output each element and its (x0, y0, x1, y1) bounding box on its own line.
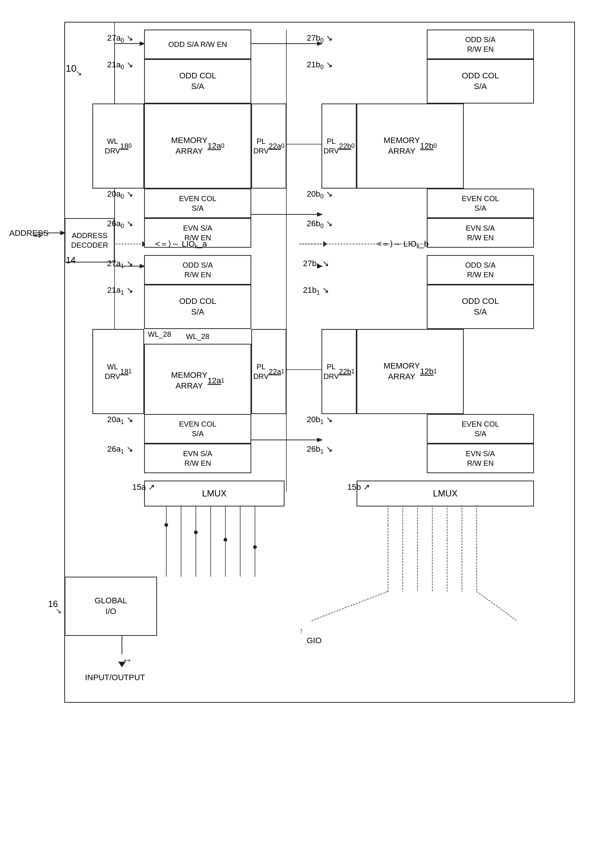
even-col-sa-b0: EVEN COLS/A (427, 189, 534, 218)
svg-marker-60 (323, 241, 327, 247)
svg-point-24 (253, 545, 257, 549)
pl-drv-a0: PLDRV22a0 (251, 104, 286, 189)
diagram: ODD S/A R/W EN ODD COLS/A WLDRV180 MEMOR… (0, 0, 606, 868)
label-27b0: 27b0 ↘ (307, 33, 332, 44)
label-20b1: 20b1 ↘ (307, 415, 332, 426)
wl-drv-a0: WLDRV180 (93, 104, 144, 189)
memory-array-a1: MEMORYARRAY12a1 (144, 344, 251, 418)
pl-drv-a1: PLDRV22a1 (251, 329, 286, 414)
odd-col-sa-a0: ODD COLS/A (144, 59, 251, 104)
ref-14: 14 (66, 255, 76, 265)
label-21a0: 21a0 ↘ (107, 60, 133, 71)
svg-point-22 (194, 530, 198, 534)
odd-sa-rwen-b0: ODD S/AR/W EN (427, 29, 534, 59)
lio-k-a-label: <＝⟩～ LIOk_a (155, 239, 207, 250)
label-21b1: 21b1 ↘ (303, 285, 329, 296)
label-20a0: 20a0 ↘ (107, 189, 133, 200)
memory-array-a0: MEMORYARRAY12a0 (144, 104, 251, 189)
label-21b0: 21b0 ↘ (307, 60, 332, 71)
label-27a0: 27a0 ↘ (107, 33, 133, 44)
input-output-label: INPUT/OUTPUT (85, 673, 145, 682)
odd-sa-rwen-a0: ODD S/A R/W EN (144, 29, 251, 59)
ref-15a: 15a ↗ (132, 482, 155, 492)
even-col-sa-a1: EVEN COLS/A (144, 414, 251, 443)
ref-10: 10 (66, 63, 76, 74)
pl-drv-b1: PLDRV22b1 (322, 329, 357, 414)
lmux-b: LMUX (357, 480, 534, 507)
svg-line-46 (311, 592, 388, 621)
label-21a1: 21a1 ↘ (107, 285, 133, 296)
memory-array-b0: MEMORYARRAY12b0 (357, 104, 464, 189)
evn-sa-rwen-b0: EVN S/AR/W EN (427, 218, 534, 248)
odd-sa-rwen-b1: ODD S/AR/W EN (427, 255, 534, 285)
address-label: ADDRESS (9, 228, 48, 238)
evn-sa-rwen-a1: EVN S/AR/W EN (144, 443, 251, 473)
label-26b1: 26b1 ↘ (307, 444, 332, 455)
label-20b0: 20b0 ↘ (307, 189, 332, 200)
global-io: GLOBALI/O (65, 577, 157, 636)
label-27a1: 27a1 ↘ (107, 259, 133, 270)
svg-point-23 (224, 538, 227, 542)
even-col-sa-b1: EVEN COLS/A (427, 414, 534, 443)
wl-28-label: WL_28 (148, 330, 171, 339)
pl-drv-b0: PLDRV22b0 (322, 104, 357, 189)
label-26a0: 26a0 ↘ (107, 219, 133, 229)
memory-array-b1: MEMORYARRAY12b1 (357, 329, 464, 414)
label-26b0: 26b0 ↘ (307, 219, 332, 229)
odd-col-sa-b1: ODD COLS/A (427, 285, 534, 329)
odd-col-sa-a1: ODD COLS/A (144, 285, 251, 329)
evn-sa-rwen-b1: EVN S/AR/W EN (427, 443, 534, 473)
odd-sa-rwen-a1: ODD S/AR/W EN (144, 255, 251, 285)
lmux-a: LMUX (144, 480, 284, 507)
ref-15b: 15b ↗ (347, 482, 370, 492)
svg-line-47 (477, 592, 517, 621)
label-26a1: 26a1 ↘ (107, 444, 133, 455)
svg-point-21 (164, 523, 168, 527)
wl-drv-a1: WLDRV181 (93, 329, 144, 414)
odd-col-sa-b0: ODD COLS/A (427, 59, 534, 104)
lio-k-b-label: <＝⟩～ LIOk_b (377, 239, 429, 250)
label-20a1: 20a1 ↘ (107, 415, 133, 426)
label-27b1: 27b1 ↘ (303, 259, 329, 270)
even-col-sa-a0: EVEN COLS/A (144, 189, 251, 218)
gio-label: GIO (307, 636, 322, 645)
